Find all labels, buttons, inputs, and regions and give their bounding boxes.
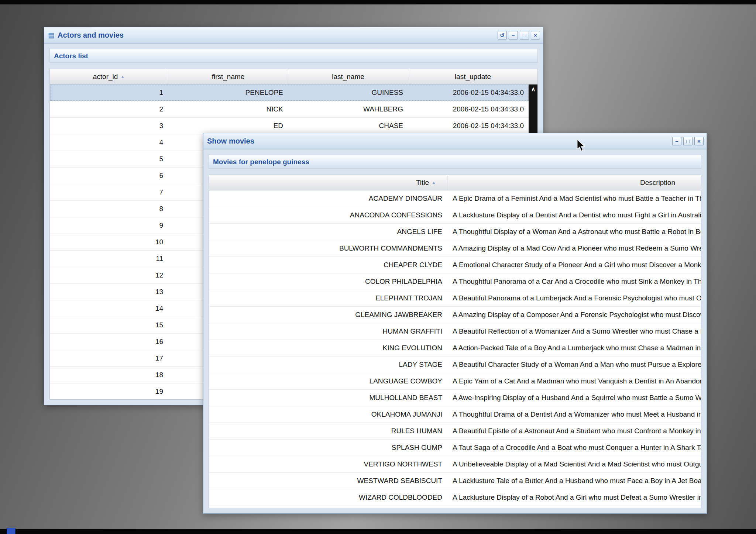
close-button[interactable]: ×: [531, 31, 540, 39]
cell-title: RULES HUMAN: [209, 423, 447, 439]
actors-window-titlebar[interactable]: ▤ Actors and movies ↺ – □ ×: [44, 27, 543, 44]
cell-title: SPLASH GUMP: [209, 440, 447, 456]
table-row[interactable]: HUMAN GRAFFITIA Beautiful Reflection of …: [209, 323, 701, 340]
cell-actor-id: 18: [50, 367, 168, 383]
column-header-title[interactable]: Title ▲: [209, 175, 447, 190]
table-row[interactable]: OKLAHOMA JUMANJIA Thoughtful Drama of a …: [209, 406, 701, 423]
column-header-description[interactable]: Description: [447, 175, 701, 190]
movies-table: Title ▲ Description ACADEMY DINOSAURA Ep…: [209, 175, 701, 508]
desktop-background: ▤ Actors and movies ↺ – □ × Actors list …: [0, 0, 756, 534]
table-row[interactable]: ACADEMY DINOSAURA Epic Drama of a Femini…: [209, 190, 701, 207]
movies-window-title: Show movies: [207, 137, 254, 145]
cell-description: A Epic Drama of a Feminist And a Mad Sci…: [447, 190, 701, 207]
cell-title: HUMAN GRAFFITI: [209, 323, 447, 340]
movies-window-titlebar[interactable]: Show movies – □ ×: [203, 133, 707, 149]
actors-window-title: Actors and movies: [58, 31, 124, 39]
cell-description: A Thoughtful Panorama of a Car And a Cro…: [447, 273, 701, 290]
screen-bottom-border: [0, 529, 756, 534]
table-row[interactable]: RULES HUMANA Beautiful Epistle of a Astr…: [209, 423, 701, 440]
maximize-button[interactable]: □: [683, 137, 693, 145]
table-row[interactable]: BULWORTH COMMANDMENTSA Amazing Display o…: [209, 240, 701, 257]
table-row[interactable]: ELEPHANT TROJANA Beautiful Panorama of a…: [209, 290, 701, 307]
table-row[interactable]: 2NICKWAHLBERG2006-02-15 04:34:33.0: [50, 101, 529, 118]
table-window-icon: ▤: [48, 32, 55, 39]
table-row[interactable]: 1PENELOPEGUINESS2006-02-15 04:34:33.0: [50, 85, 529, 101]
window-show-movies: Show movies – □ × Movies for penelope gu…: [203, 133, 707, 514]
table-row[interactable]: CHEAPER CLYDEA Emotional Character Study…: [209, 257, 701, 273]
cell-actor-id: 1: [50, 85, 168, 101]
cell-description: A Beautiful Epistle of a Astronaut And a…: [447, 423, 701, 439]
cell-actor-id: 8: [50, 201, 168, 217]
cell-title: VERTIGO NORTHWEST: [209, 456, 447, 472]
cell-actor-id: 17: [50, 350, 168, 366]
cell-description: A Thoughtful Drama of a Dentist And a Wo…: [447, 406, 701, 423]
cell-actor-id: 4: [50, 134, 168, 151]
cell-title: KING EVOLUTION: [209, 340, 447, 356]
movies-table-header: Title ▲ Description: [209, 175, 701, 190]
table-row[interactable]: 3EDCHASE2006-02-15 04:34:33.0: [50, 118, 529, 134]
cell-description: A Lacklusture Display of a Dentist And a…: [447, 207, 701, 223]
column-header-first-name[interactable]: first_name: [168, 69, 288, 84]
cell-title: ANACONDA CONFESSIONS: [209, 207, 447, 223]
column-header-label: Title: [416, 179, 429, 187]
cell-actor-id: 10: [50, 234, 168, 250]
cell-description: A Unbelieveable Display of a Mad Scienti…: [447, 456, 701, 472]
table-row[interactable]: WIZARD COLDBLOODEDA Lacklusture Display …: [209, 489, 701, 506]
cell-actor-id: 2: [50, 101, 168, 117]
cell-description: A Epic Yarn of a Cat And a Madman who mu…: [447, 373, 701, 389]
cell-description: A Beautiful Panorama of a Lumberjack And…: [447, 290, 701, 306]
column-header-actor-id[interactable]: actor_id ▲: [50, 69, 168, 84]
cell-actor-id: 6: [50, 168, 168, 184]
cell-title: LANGUAGE COWBOY: [209, 373, 447, 389]
table-row[interactable]: LANGUAGE COWBOYA Epic Yarn of a Cat And …: [209, 373, 701, 390]
cell-title: LADY STAGE: [209, 356, 447, 373]
cell-description: A Emotional Character Study of a Pioneer…: [447, 257, 701, 273]
cell-title: COLOR PHILADELPHIA: [209, 273, 447, 290]
cell-title: BULWORTH COMMANDMENTS: [209, 240, 447, 256]
cell-title: MULHOLLAND BEAST: [209, 390, 447, 406]
cell-actor-id: 11: [50, 251, 168, 267]
minimize-button[interactable]: –: [672, 137, 681, 145]
cell-title: WESTWARD SEABISCUIT: [209, 473, 447, 489]
close-button[interactable]: ×: [694, 137, 704, 145]
column-header-last-name[interactable]: last_name: [288, 69, 408, 84]
cell-description: A Amazing Display of a Composer And a Fo…: [447, 307, 701, 323]
table-row[interactable]: LADY STAGEA Beautiful Character Study of…: [209, 356, 701, 373]
table-row[interactable]: ANACONDA CONFESSIONSA Lacklusture Displa…: [209, 207, 701, 224]
cell-actor-id: 12: [50, 267, 168, 283]
taskbar-accent[interactable]: [7, 528, 16, 534]
cell-actor-id: 16: [50, 334, 168, 350]
table-row[interactable]: MULHOLLAND BEASTA Awe-Inspiring Display …: [209, 390, 701, 406]
table-row[interactable]: KING EVOLUTIONA Action-Packed Tale of a …: [209, 340, 701, 356]
table-row[interactable]: GLEAMING JAWBREAKERA Amazing Display of …: [209, 307, 701, 323]
cell-title: CHEAPER CLYDE: [209, 257, 447, 273]
refresh-button[interactable]: ↺: [498, 31, 507, 39]
cell-title: ANGELS LIFE: [209, 224, 447, 240]
cell-title: WIZARD COLDBLOODED: [209, 489, 447, 506]
cell-last-name: WAHLBERG: [288, 101, 408, 117]
cell-description: A Thoughtful Display of a Woman And a As…: [447, 224, 701, 240]
table-row[interactable]: VERTIGO NORTHWESTA Unbelieveable Display…: [209, 456, 701, 473]
cell-actor-id: 15: [50, 317, 168, 333]
cell-actor-id: 13: [50, 284, 168, 300]
table-row[interactable]: ANGELS LIFEA Thoughtful Display of a Wom…: [209, 224, 701, 240]
table-row[interactable]: COLOR PHILADELPHIAA Thoughtful Panorama …: [209, 273, 701, 290]
cell-actor-id: 14: [50, 300, 168, 317]
cell-actor-id: 7: [50, 184, 168, 200]
cell-first-name: ED: [168, 118, 288, 134]
cell-title: GLEAMING JAWBREAKER: [209, 307, 447, 323]
screen-top-border: [0, 0, 756, 4]
table-row[interactable]: WESTWARD SEABISCUITA Lacklusture Tale of…: [209, 473, 701, 489]
cell-description: A Beautiful Character Study of a Woman A…: [447, 356, 701, 373]
maximize-button[interactable]: □: [520, 31, 529, 39]
actors-table-header: actor_id ▲ first_name last_name last_upd…: [50, 69, 537, 85]
column-header-last-update[interactable]: last_update: [408, 69, 537, 84]
cell-first-name: NICK: [168, 101, 288, 117]
minimize-button[interactable]: –: [509, 31, 518, 39]
scroll-up-icon[interactable]: ∧: [529, 85, 537, 93]
cell-description: A Amazing Display of a Mad Cow And a Pio…: [447, 240, 701, 256]
sort-asc-icon: ▲: [120, 74, 125, 79]
table-row[interactable]: SPLASH GUMPA Taut Saga of a Crocodile An…: [209, 440, 701, 456]
actors-list-panel-title: Actors list: [49, 49, 538, 63]
cell-actor-id: 9: [50, 217, 168, 234]
